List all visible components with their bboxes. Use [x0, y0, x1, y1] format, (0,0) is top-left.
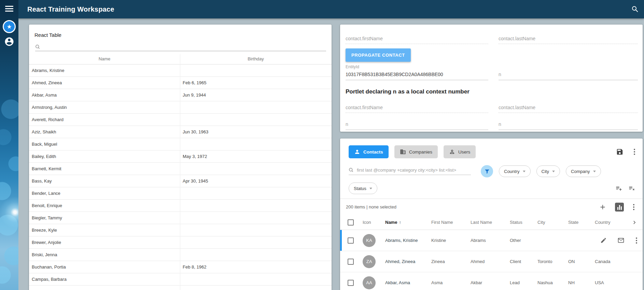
company-filter-dropdown[interactable]: Company: [566, 165, 601, 177]
name-cell: Ahmed, Zineea: [29, 80, 180, 85]
table-row[interactable]: Benoit, Enrique: [29, 200, 332, 212]
name-cell: Brewer, Anjolie: [29, 240, 180, 245]
contact-search-input[interactable]: [357, 168, 471, 173]
name-cell: Briski, Jenna: [29, 252, 180, 257]
select-all-checkbox[interactable]: [348, 219, 354, 226]
row-checkbox[interactable]: [348, 237, 354, 244]
contact-name-link[interactable]: Akbar, Asma: [385, 280, 431, 285]
table-row[interactable]: Abrams, Kristine: [29, 64, 332, 77]
column-header-name[interactable]: Name: [29, 54, 180, 64]
contact-name-link[interactable]: Abrams, Kristine: [385, 238, 431, 243]
column-header-country[interactable]: Country: [595, 220, 629, 225]
country-filter-dropdown[interactable]: Country: [499, 165, 531, 177]
table-row[interactable]: Breeze, Kyle: [29, 224, 332, 236]
column-header-birthday[interactable]: Birthday: [180, 54, 332, 64]
contact-row[interactable]: ZA Ahmed, Zineea Zineea Ahmed Client Tor…: [340, 251, 643, 272]
table-row[interactable]: Akbar, Asma Jun 9, 1944: [29, 89, 332, 101]
table-search-input[interactable]: [44, 43, 326, 49]
table-row[interactable]: Averett, Richard: [29, 114, 332, 126]
contact-first-name-input-2[interactable]: [346, 105, 488, 110]
propagate-contact-button[interactable]: PROPAGATE CONTACT: [346, 48, 411, 62]
card-title: React Table: [29, 25, 332, 38]
person-outline-icon: [449, 149, 455, 155]
table-row[interactable]: Aziz, Shaikh Jun 30, 1963: [29, 126, 332, 138]
email-icon[interactable]: [617, 237, 625, 244]
name-cell: Bass, Kay: [29, 178, 180, 184]
chart-icon[interactable]: [615, 203, 624, 212]
table-row[interactable]: Barnett, Kermit: [29, 163, 332, 175]
n-local-input-2[interactable]: [499, 121, 638, 127]
entity-id-input[interactable]: [346, 72, 488, 77]
browser-search-row: Country City Company: [340, 158, 643, 177]
more-vert-icon[interactable]: [635, 237, 638, 244]
table-row[interactable]: Bass, Kay Apr 30, 1945: [29, 175, 332, 187]
name-cell: Aziz, Shaikh: [29, 129, 180, 134]
table-row[interactable]: Brewer, Anjolie: [29, 236, 332, 249]
table-row[interactable]: Campas, Barbara: [29, 273, 332, 286]
table-row[interactable]: Bender, Lance: [29, 187, 332, 200]
contact-first-name-field-2: [346, 104, 488, 113]
contact-row[interactable]: KA Abrams, Kristine Kristine Abrams Othe…: [340, 230, 643, 251]
row-checkbox[interactable]: [348, 259, 354, 265]
workspace-star-icon[interactable]: ★: [3, 20, 16, 33]
account-icon[interactable]: [4, 37, 14, 47]
table-row[interactable]: Campos, Bobby: [29, 286, 332, 290]
contact-last-name-input[interactable]: [499, 36, 638, 41]
birthday-cell: Jun 9, 1944: [180, 92, 332, 98]
playlist-remove-icon[interactable]: [628, 185, 635, 192]
filter-icon[interactable]: [481, 165, 493, 177]
column-header-first-name[interactable]: First Name: [431, 220, 471, 225]
contact-last-name-field: [499, 35, 638, 44]
sort-asc-icon: ↑: [399, 220, 401, 225]
contact-row[interactable]: AA Akbar, Asma Asma Akbar Lead Nashua NH…: [340, 272, 643, 290]
table-header: Name Birthday: [29, 54, 332, 64]
search-icon: [35, 44, 40, 49]
search-icon[interactable]: [631, 5, 639, 13]
name-cell: Buchanan, Portia: [29, 264, 180, 270]
name-cell: Abrams, Kristine: [29, 68, 180, 73]
tab-companies[interactable]: Companies: [394, 145, 438, 158]
table-row[interactable]: Armstrong, Austin: [29, 101, 332, 114]
city-filter-dropdown[interactable]: City: [536, 165, 560, 177]
browser-tabs: Contacts Companies Users: [340, 139, 643, 158]
name-cell: Campas, Barbara: [29, 277, 180, 282]
contact-first-name-field: [346, 35, 488, 44]
table-row[interactable]: Biegler, Tammy: [29, 212, 332, 224]
column-header-state[interactable]: State: [568, 220, 595, 225]
n-local-input-1[interactable]: [346, 121, 488, 127]
items-summary-row: 200 items | none selected: [340, 199, 643, 215]
n-input[interactable]: [499, 72, 638, 77]
app-title: React Training Workspace: [27, 5, 114, 13]
table-row[interactable]: Ahmed, Zineea Feb 6, 1965: [29, 77, 332, 89]
name-cell: Benoit, Enrique: [29, 203, 180, 208]
table-row[interactable]: Buchanan, Portia Feb 8, 1962: [29, 261, 332, 273]
add-icon[interactable]: [599, 203, 606, 211]
birthday-cell: Jun 30, 1963: [180, 129, 332, 134]
name-cell: Akbar, Asma: [29, 92, 180, 98]
more-vert-icon[interactable]: [632, 203, 635, 211]
column-header-name[interactable]: Name ↑: [385, 220, 431, 225]
contact-name-link[interactable]: Ahmed, Zineea: [385, 259, 431, 264]
table-row[interactable]: Briski, Jenna: [29, 249, 332, 261]
status-filter-dropdown[interactable]: Status: [349, 183, 377, 194]
tab-contacts[interactable]: Contacts: [349, 145, 389, 158]
edit-icon[interactable]: [600, 237, 607, 244]
table-row[interactable]: Bailey, Edith May 3, 1972: [29, 150, 332, 163]
column-header-last-name[interactable]: Last Name: [471, 220, 510, 225]
contact-last-name-input-2[interactable]: [499, 105, 638, 110]
name-cell: Biegler, Tammy: [29, 215, 180, 220]
chevron-right-icon[interactable]: [631, 219, 638, 226]
column-header-status[interactable]: Status: [510, 220, 537, 225]
contact-browser-card: Contacts Companies Users: [340, 139, 643, 290]
table-row[interactable]: Back, Miguel: [29, 138, 332, 150]
column-header-icon[interactable]: Icon: [363, 220, 385, 225]
tab-users[interactable]: Users: [444, 145, 476, 158]
playlist-add-icon[interactable]: [615, 185, 622, 192]
menu-icon[interactable]: [5, 6, 13, 12]
row-checkbox[interactable]: [348, 280, 354, 286]
column-header-city[interactable]: City: [537, 220, 568, 225]
more-vert-icon[interactable]: [633, 148, 636, 156]
contact-first-name-input[interactable]: [346, 36, 488, 41]
save-icon[interactable]: [616, 148, 624, 156]
city-cell: Nashua: [537, 280, 568, 285]
